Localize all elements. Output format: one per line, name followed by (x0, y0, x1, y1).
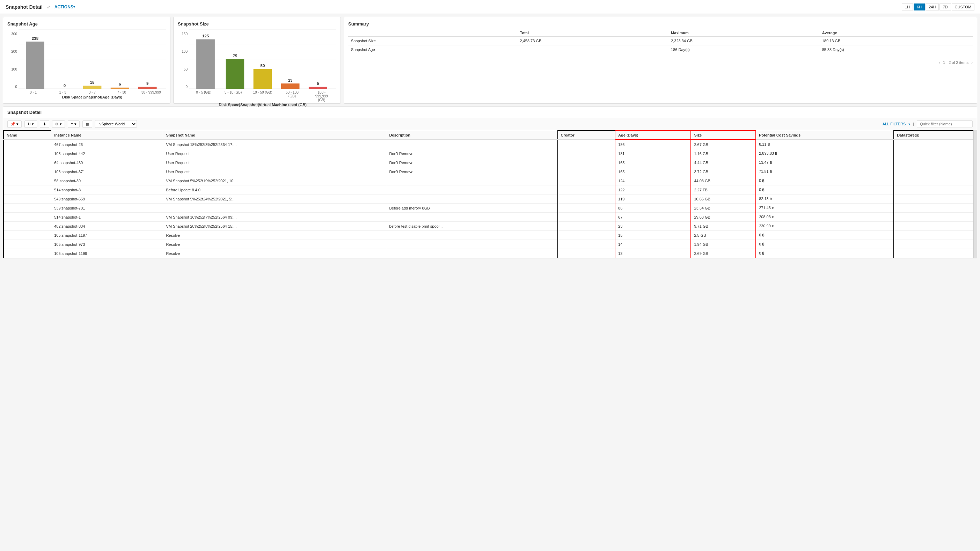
age-bar-label-4: 9 (146, 81, 149, 86)
cell-datastore (894, 203, 977, 213)
cell-description (386, 194, 558, 203)
cell-datastore (894, 158, 977, 167)
cell-snapshot: Resolve (163, 249, 386, 258)
age-bar-label-3: 6 (119, 82, 121, 86)
summary-row-label: Snapshot Age (348, 45, 517, 54)
detail-header: Snapshot Detail (3, 107, 977, 118)
cell-creator (558, 176, 616, 186)
cell-instance: 539:snapshot-701 (51, 203, 163, 213)
share-icon[interactable]: ⤢ (47, 5, 50, 10)
settings-button[interactable]: ⚙ ▾ (52, 121, 65, 128)
all-filters-chevron[interactable]: ▾ (908, 122, 910, 126)
actions-menu[interactable]: ACTIONS (54, 5, 73, 10)
cell-description (386, 176, 558, 186)
header: Snapshot Detail ⤢ ACTIONS ▾ 1H 6H 24H 7D… (0, 0, 980, 14)
table-row[interactable]: 467:snapshot-26 VM Snapshot 18%252f3%252… (3, 140, 977, 149)
table-row[interactable]: 105:snapshot-1197 Resolve 15 2.5 GB 0 ฿ (3, 231, 977, 240)
time-btn-7d[interactable]: 7D (940, 3, 951, 11)
table-row[interactable]: 482:snapshot-834 VM Snapshot 28%252f8%25… (3, 222, 977, 231)
cell-size: 2.5 GB (691, 231, 756, 240)
time-btn-custom[interactable]: CUSTOM (952, 3, 974, 11)
age-bar-label-0: 238 (32, 36, 39, 41)
cell-instance: 64:snapshot-430 (51, 158, 163, 167)
cell-snapshot: User Request (163, 167, 386, 176)
cell-age: 13 (615, 249, 691, 258)
age-y-200: 200 (7, 49, 17, 53)
summary-row-maximum: 186 Day(s) (668, 45, 819, 54)
table-row[interactable]: 58:snapshot-39 VM Snapshot 5%252f19%252f… (3, 176, 977, 186)
age-bar-0 (26, 41, 45, 89)
table-row[interactable]: 105:snapshot-1199 Resolve 13 2.69 GB 0 ฿ (3, 249, 977, 258)
time-btn-1h[interactable]: 1H (902, 3, 913, 11)
page-title: Snapshot Detail (6, 4, 43, 10)
cell-name (3, 176, 51, 186)
cell-size: 4.44 GB (691, 158, 756, 167)
cell-age: 15 (615, 231, 691, 240)
cell-cost: 71.81 ฿ (756, 167, 894, 176)
grid-button[interactable]: ▦ (83, 121, 92, 128)
cell-name (3, 203, 51, 213)
size-chart-title: Snapshot Size (178, 21, 336, 27)
cell-age: 122 (615, 186, 691, 194)
age-chart-title: Snapshot Age (7, 21, 166, 27)
scrollbar[interactable] (974, 130, 977, 258)
filter-separator: | (913, 122, 914, 126)
actions-chevron[interactable]: ▾ (73, 5, 75, 9)
refresh-button[interactable]: ↻ ▾ (24, 121, 37, 128)
size-x-4: 100 - 999,999 (GB) (311, 91, 332, 102)
scope-selector[interactable]: vSphere World (95, 120, 137, 128)
detail-toolbar: 📌 ▾ ↻ ▾ ⬇ ⚙ ▾ ≡ ▾ ▦ vSphere World ALL FI… (3, 118, 977, 130)
summary-row-label: Snapshot Size (348, 37, 517, 45)
cell-age: 181 (615, 149, 691, 158)
cell-instance: 467:snapshot-26 (51, 140, 163, 149)
age-x-1: 1 - 3 (52, 91, 73, 94)
size-bar-label-4: 5 (317, 81, 319, 86)
table-row[interactable]: 108:snapshot-371 User Request Don't Remo… (3, 167, 977, 176)
cell-snapshot (163, 203, 386, 213)
table-row[interactable]: 514:snapshot-1 VM Snapshot 16%252f7%252f… (3, 213, 977, 222)
size-x-0: 0 - 5 (GB) (193, 91, 214, 102)
summary-table: Total Maximum Average Snapshot Size 2,45… (348, 29, 973, 54)
summary-nav-prev[interactable]: ‹ (939, 60, 940, 65)
cell-size: 2.67 GB (691, 140, 756, 149)
cell-creator (558, 249, 616, 258)
size-bar-label-3: 13 (288, 78, 293, 83)
table-row[interactable]: 64:snapshot-430 User Request Don't Remov… (3, 158, 977, 167)
cell-age: 86 (615, 203, 691, 213)
table-row[interactable]: 514:snapshot-3 Before Update 8.4.0 122 2… (3, 186, 977, 194)
table-row[interactable]: 539:snapshot-701 Before add merory 8GB 8… (3, 203, 977, 213)
age-y-300: 300 (7, 32, 17, 36)
cell-description: Don't Remove (386, 167, 558, 176)
cell-size: 1.16 GB (691, 149, 756, 158)
table-row[interactable]: 108:snapshot-442 User Request Don't Remo… (3, 149, 977, 158)
table-header-row: Name Instance Name Snapshot Name Descrip… (3, 130, 977, 140)
table-row[interactable]: 105:snapshot-973 Resolve 14 1.94 GB 0 ฿ (3, 240, 977, 249)
cell-instance: 514:snapshot-3 (51, 186, 163, 194)
cell-age: 186 (615, 140, 691, 149)
export-button[interactable]: ⬇ (40, 121, 49, 128)
size-bar-0 (196, 40, 215, 89)
time-btn-6h[interactable]: 6H (914, 3, 925, 11)
cell-age: 165 (615, 167, 691, 176)
cell-size: 44.08 GB (691, 176, 756, 186)
size-y-100: 100 (178, 49, 188, 53)
cell-name (3, 158, 51, 167)
view-button[interactable]: ≡ ▾ (68, 121, 79, 128)
summary-nav-next[interactable]: › (971, 60, 973, 65)
table-row[interactable]: 549:snapshot-659 VM Snapshot 5%252f24%25… (3, 194, 977, 203)
age-bar-2 (83, 86, 102, 89)
cell-cost: 8.11 ฿ (756, 140, 894, 149)
age-x-4: 30 - 999,999 (141, 91, 162, 94)
age-x-title: Disk Space|Snapshot|Age (Days) (19, 95, 166, 99)
data-table: Name Instance Name Snapshot Name Descrip… (3, 130, 977, 258)
summary-title: Summary (348, 21, 973, 27)
age-bar-label-2: 15 (90, 80, 95, 84)
all-filters-button[interactable]: ALL FILTERS (883, 122, 906, 126)
quick-filter-input[interactable] (917, 121, 973, 127)
time-btn-24h[interactable]: 24H (926, 3, 939, 11)
cell-instance: 105:snapshot-973 (51, 240, 163, 249)
summary-row-total: 2,458.73 GB (517, 37, 668, 45)
pin-button[interactable]: 📌 ▾ (7, 121, 22, 128)
cell-datastore (894, 140, 977, 149)
cell-creator (558, 158, 616, 167)
